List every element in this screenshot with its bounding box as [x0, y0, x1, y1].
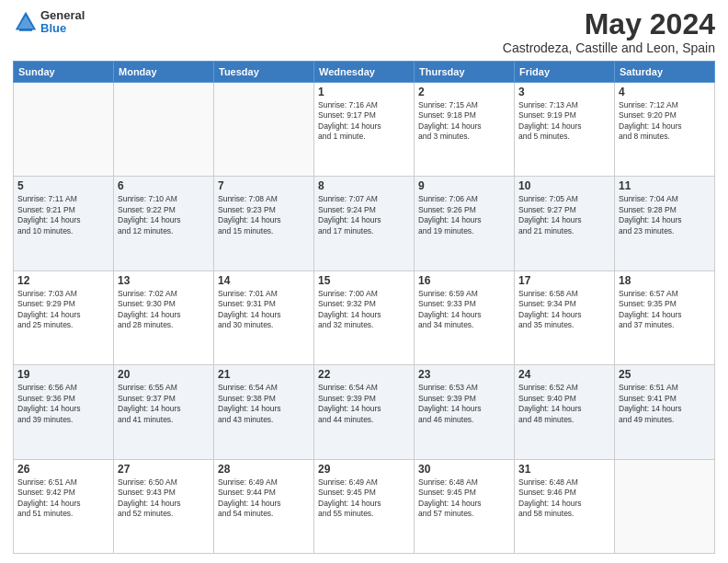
calendar-table: SundayMondayTuesdayWednesdayThursdayFrid… — [13, 61, 715, 554]
day-number: 19 — [17, 368, 109, 381]
calendar-day-26: 26Sunrise: 6:51 AM Sunset: 9:42 PM Dayli… — [14, 459, 114, 553]
day-info: Sunrise: 7:01 AM Sunset: 9:31 PM Dayligh… — [218, 289, 310, 331]
day-header-tuesday: Tuesday — [214, 62, 314, 83]
calendar-day-10: 10Sunrise: 7:05 AM Sunset: 9:27 PM Dayli… — [515, 177, 615, 270]
calendar-day-8: 8Sunrise: 7:07 AM Sunset: 9:24 PM Daylig… — [314, 177, 415, 270]
day-number: 30 — [418, 463, 510, 476]
day-header-thursday: Thursday — [415, 62, 515, 83]
day-info: Sunrise: 7:00 AM Sunset: 9:32 PM Dayligh… — [318, 289, 410, 331]
day-info: Sunrise: 6:59 AM Sunset: 9:33 PM Dayligh… — [418, 289, 510, 331]
calendar-day-19: 19Sunrise: 6:56 AM Sunset: 9:36 PM Dayli… — [14, 365, 114, 459]
day-number: 1 — [318, 86, 410, 98]
calendar-day-24: 24Sunrise: 6:52 AM Sunset: 9:40 PM Dayli… — [515, 365, 615, 459]
day-number: 14 — [218, 274, 310, 287]
calendar-day-6: 6Sunrise: 7:10 AM Sunset: 9:22 PM Daylig… — [114, 177, 214, 270]
logo: General Blue — [13, 9, 85, 36]
logo-icon — [13, 9, 39, 35]
day-info: Sunrise: 7:10 AM Sunset: 9:22 PM Dayligh… — [118, 194, 210, 236]
calendar-empty-cell — [114, 83, 214, 177]
calendar-empty-cell — [615, 459, 715, 553]
day-number: 18 — [619, 274, 711, 287]
day-number: 20 — [118, 368, 210, 381]
day-number: 16 — [418, 274, 510, 287]
day-info: Sunrise: 6:49 AM Sunset: 9:45 PM Dayligh… — [318, 477, 410, 520]
calendar-day-27: 27Sunrise: 6:50 AM Sunset: 9:43 PM Dayli… — [114, 459, 214, 553]
day-info: Sunrise: 7:03 AM Sunset: 9:29 PM Dayligh… — [17, 289, 109, 331]
calendar-day-5: 5Sunrise: 7:11 AM Sunset: 9:21 PM Daylig… — [14, 177, 114, 270]
calendar-day-18: 18Sunrise: 6:57 AM Sunset: 9:35 PM Dayli… — [615, 270, 715, 364]
calendar-day-11: 11Sunrise: 7:04 AM Sunset: 9:28 PM Dayli… — [615, 177, 715, 270]
day-info: Sunrise: 7:07 AM Sunset: 9:24 PM Dayligh… — [318, 194, 410, 236]
calendar-day-29: 29Sunrise: 6:49 AM Sunset: 9:45 PM Dayli… — [314, 459, 415, 553]
logo-general-text: General — [40, 9, 85, 22]
title-block: May 2024 Castrodeza, Castille and Leon, … — [503, 9, 715, 55]
calendar-day-9: 9Sunrise: 7:06 AM Sunset: 9:26 PM Daylig… — [415, 177, 515, 270]
day-info: Sunrise: 7:12 AM Sunset: 9:20 PM Dayligh… — [619, 100, 711, 143]
calendar-week-5: 26Sunrise: 6:51 AM Sunset: 9:42 PM Dayli… — [14, 459, 715, 553]
day-info: Sunrise: 6:49 AM Sunset: 9:44 PM Dayligh… — [218, 477, 310, 520]
day-info: Sunrise: 6:55 AM Sunset: 9:37 PM Dayligh… — [118, 383, 210, 425]
calendar-day-15: 15Sunrise: 7:00 AM Sunset: 9:32 PM Dayli… — [314, 270, 415, 364]
day-info: Sunrise: 6:48 AM Sunset: 9:46 PM Dayligh… — [518, 477, 610, 520]
calendar-day-23: 23Sunrise: 6:53 AM Sunset: 9:39 PM Dayli… — [415, 365, 515, 459]
calendar-day-16: 16Sunrise: 6:59 AM Sunset: 9:33 PM Dayli… — [415, 270, 515, 364]
calendar-day-21: 21Sunrise: 6:54 AM Sunset: 9:38 PM Dayli… — [214, 365, 314, 459]
day-number: 10 — [518, 179, 610, 192]
day-info: Sunrise: 6:57 AM Sunset: 9:35 PM Dayligh… — [619, 289, 711, 331]
day-info: Sunrise: 6:58 AM Sunset: 9:34 PM Dayligh… — [518, 289, 610, 331]
day-number: 9 — [418, 179, 510, 192]
calendar-week-2: 5Sunrise: 7:11 AM Sunset: 9:21 PM Daylig… — [14, 177, 715, 270]
day-info: Sunrise: 6:56 AM Sunset: 9:36 PM Dayligh… — [17, 383, 109, 425]
header: General Blue May 2024 Castrodeza, Castil… — [13, 9, 715, 55]
location-title: Castrodeza, Castille and Leon, Spain — [503, 40, 715, 55]
day-info: Sunrise: 6:48 AM Sunset: 9:45 PM Dayligh… — [418, 477, 510, 520]
calendar-day-1: 1Sunrise: 7:16 AM Sunset: 9:17 PM Daylig… — [314, 83, 415, 177]
day-info: Sunrise: 7:08 AM Sunset: 9:23 PM Dayligh… — [218, 194, 310, 236]
day-header-monday: Monday — [114, 62, 214, 83]
calendar-day-14: 14Sunrise: 7:01 AM Sunset: 9:31 PM Dayli… — [214, 270, 314, 364]
day-number: 3 — [518, 86, 610, 98]
day-header-wednesday: Wednesday — [314, 62, 415, 83]
day-number: 29 — [318, 463, 410, 476]
day-number: 11 — [619, 179, 711, 192]
calendar-day-25: 25Sunrise: 6:51 AM Sunset: 9:41 PM Dayli… — [615, 365, 715, 459]
day-info: Sunrise: 6:52 AM Sunset: 9:40 PM Dayligh… — [518, 383, 610, 425]
calendar-week-3: 12Sunrise: 7:03 AM Sunset: 9:29 PM Dayli… — [14, 270, 715, 364]
day-number: 13 — [118, 274, 210, 287]
day-number: 2 — [418, 86, 510, 98]
month-title: May 2024 — [503, 9, 715, 39]
calendar-day-22: 22Sunrise: 6:54 AM Sunset: 9:39 PM Dayli… — [314, 365, 415, 459]
day-info: Sunrise: 6:51 AM Sunset: 9:42 PM Dayligh… — [17, 477, 109, 520]
day-number: 12 — [17, 274, 109, 287]
day-info: Sunrise: 7:15 AM Sunset: 9:18 PM Dayligh… — [418, 100, 510, 143]
day-number: 31 — [518, 463, 610, 476]
day-number: 17 — [518, 274, 610, 287]
svg-rect-2 — [19, 29, 32, 31]
calendar-day-12: 12Sunrise: 7:03 AM Sunset: 9:29 PM Dayli… — [14, 270, 114, 364]
day-number: 28 — [218, 463, 310, 476]
day-number: 27 — [118, 463, 210, 476]
day-info: Sunrise: 6:50 AM Sunset: 9:43 PM Dayligh… — [118, 477, 210, 520]
day-info: Sunrise: 7:16 AM Sunset: 9:17 PM Dayligh… — [318, 100, 410, 143]
calendar-day-2: 2Sunrise: 7:15 AM Sunset: 9:18 PM Daylig… — [415, 83, 515, 177]
day-number: 26 — [17, 463, 109, 476]
calendar-day-7: 7Sunrise: 7:08 AM Sunset: 9:23 PM Daylig… — [214, 177, 314, 270]
day-info: Sunrise: 7:06 AM Sunset: 9:26 PM Dayligh… — [418, 194, 510, 236]
calendar-day-31: 31Sunrise: 6:48 AM Sunset: 9:46 PM Dayli… — [515, 459, 615, 553]
day-header-saturday: Saturday — [615, 62, 715, 83]
day-number: 6 — [118, 179, 210, 192]
calendar-empty-cell — [14, 83, 114, 177]
day-info: Sunrise: 6:53 AM Sunset: 9:39 PM Dayligh… — [418, 383, 510, 425]
day-info: Sunrise: 7:05 AM Sunset: 9:27 PM Dayligh… — [518, 194, 610, 236]
day-info: Sunrise: 6:51 AM Sunset: 9:41 PM Dayligh… — [619, 383, 711, 425]
day-info: Sunrise: 7:11 AM Sunset: 9:21 PM Dayligh… — [17, 194, 109, 236]
day-number: 8 — [318, 179, 410, 192]
day-number: 21 — [218, 368, 310, 381]
logo-text: General Blue — [40, 9, 85, 36]
day-number: 4 — [619, 86, 711, 98]
day-info: Sunrise: 7:02 AM Sunset: 9:30 PM Dayligh… — [118, 289, 210, 331]
day-number: 23 — [418, 368, 510, 381]
calendar-day-28: 28Sunrise: 6:49 AM Sunset: 9:44 PM Dayli… — [214, 459, 314, 553]
calendar-week-1: 1Sunrise: 7:16 AM Sunset: 9:17 PM Daylig… — [14, 83, 715, 177]
day-info: Sunrise: 7:04 AM Sunset: 9:28 PM Dayligh… — [619, 194, 711, 236]
